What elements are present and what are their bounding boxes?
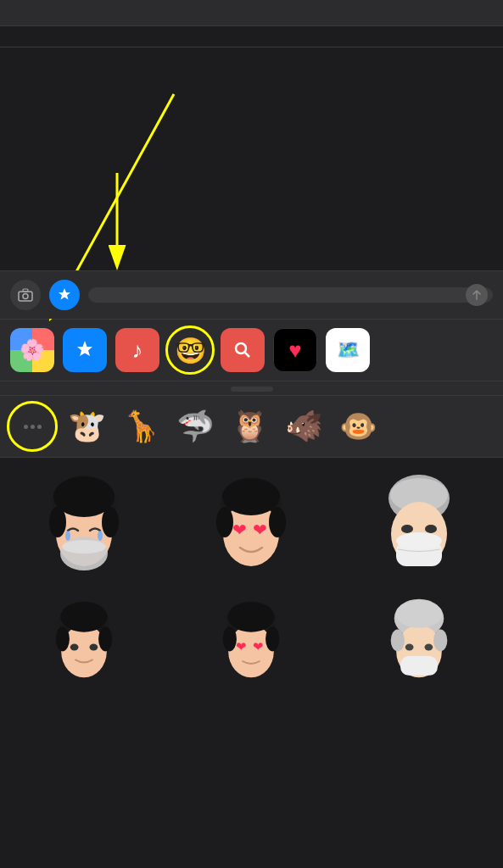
svg-point-51 [405, 643, 414, 650]
apps-strip-container: 🌸 ♪ 🤓 ♥ [0, 319, 503, 396]
svg-point-5 [23, 294, 28, 299]
svg-point-34 [60, 602, 107, 632]
emoji-row: 🐮 🦒 🦈 🦉 🐗 🐵 [0, 396, 503, 458]
svg-point-15 [98, 531, 103, 541]
svg-point-42 [223, 626, 237, 651]
svg-point-50 [433, 629, 447, 651]
app-icon-appstore[interactable] [63, 328, 107, 372]
svg-point-28 [401, 525, 413, 533]
memoji-cry[interactable] [0, 458, 168, 598]
emoji-monkey[interactable]: 🐵 [334, 403, 382, 450]
svg-text:❤: ❤ [237, 640, 248, 654]
memoji-mask[interactable] [335, 458, 503, 598]
svg-point-22 [269, 507, 286, 537]
svg-point-36 [98, 626, 112, 651]
message-header [0, 0, 503, 26]
svg-rect-6 [23, 289, 28, 292]
svg-point-12 [49, 507, 66, 537]
emoji-owl[interactable]: 🦉 [226, 403, 273, 450]
svg-text:❤: ❤ [232, 520, 247, 539]
memoji-row2-2[interactable]: ❤ ❤ [168, 598, 336, 708]
emoji-shark[interactable]: 🦈 [171, 403, 219, 450]
svg-point-31 [396, 532, 442, 549]
svg-point-41 [228, 602, 275, 632]
memoji-row2-1[interactable] [0, 598, 168, 708]
svg-point-37 [70, 643, 79, 650]
camera-button[interactable] [10, 280, 41, 310]
arrow-click-icon [100, 173, 355, 266]
svg-text:❤: ❤ [253, 520, 267, 539]
svg-point-35 [56, 626, 70, 651]
apps-strip: 🌸 ♪ 🤓 ♥ [0, 320, 503, 381]
svg-point-49 [391, 629, 405, 651]
svg-point-17 [62, 540, 106, 554]
app-icon-photos[interactable]: 🌸 [10, 328, 54, 372]
svg-rect-53 [400, 656, 438, 676]
svg-point-29 [425, 525, 437, 533]
svg-rect-4 [19, 292, 32, 301]
memoji-heart-eyes[interactable]: ❤ ❤ [168, 458, 336, 598]
svg-point-43 [266, 626, 280, 651]
svg-point-20 [222, 478, 280, 515]
emoji-cow[interactable]: 🐮 [63, 403, 110, 450]
emoji-giraffe[interactable]: 🦒 [117, 403, 165, 450]
message-input[interactable] [88, 287, 493, 303]
app-icon-fitness[interactable]: ♥ [273, 328, 317, 372]
app-icon-maps[interactable]: 🗺️ [326, 328, 370, 372]
svg-point-21 [216, 507, 233, 537]
memoji-grid: ❤ ❤ [0, 458, 503, 708]
svg-point-52 [425, 643, 433, 650]
input-bar [0, 270, 503, 319]
compose-area [0, 47, 503, 319]
three-dot-menu-item[interactable] [8, 403, 56, 450]
svg-point-38 [89, 643, 98, 650]
svg-text:❤: ❤ [253, 640, 264, 654]
app-icon-websearch[interactable] [221, 328, 265, 372]
to-field[interactable] [0, 26, 503, 47]
svg-point-13 [102, 507, 119, 537]
memoji-row2-3[interactable] [335, 598, 503, 708]
drag-indicator [231, 387, 273, 392]
svg-line-8 [245, 353, 249, 357]
svg-point-48 [396, 600, 443, 628]
emoji-boar[interactable]: 🐗 [280, 403, 327, 450]
app-icon-music[interactable]: ♪ [115, 328, 159, 372]
svg-point-7 [236, 343, 246, 353]
app-icon-stickers-wrapper[interactable]: 🤓 [168, 328, 212, 372]
appstore-input-button[interactable] [49, 280, 80, 310]
svg-point-14 [65, 531, 70, 541]
send-button[interactable] [466, 284, 488, 306]
